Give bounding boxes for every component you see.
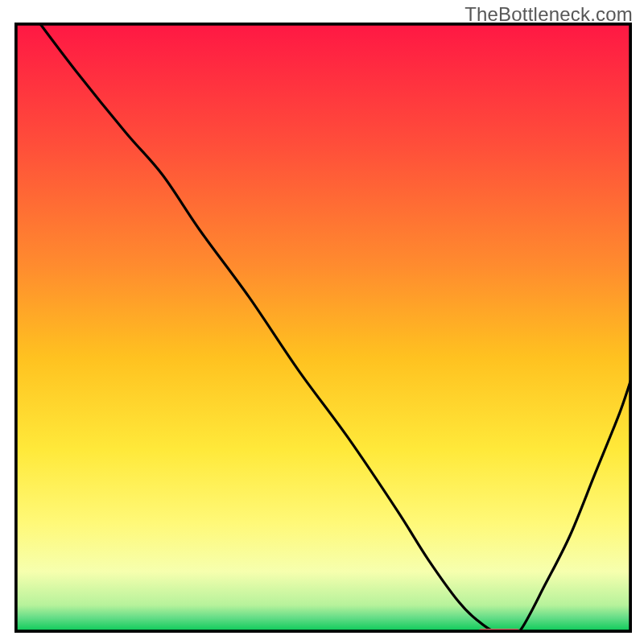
bottleneck-chart <box>14 23 632 633</box>
gradient-background <box>14 23 632 633</box>
